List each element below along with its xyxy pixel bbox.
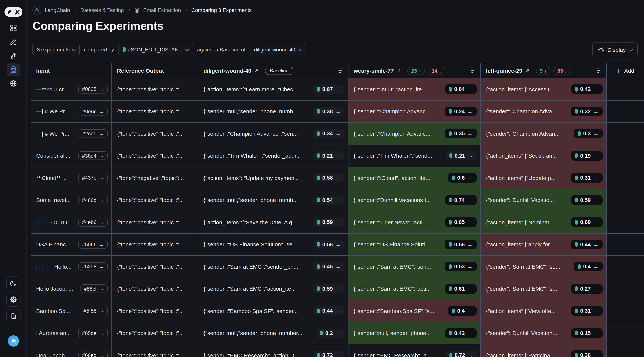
score-chip[interactable]: 0.3 → xyxy=(574,129,603,138)
regressed-count-badge[interactable]: 14↓ xyxy=(428,66,445,75)
settings-button[interactable] xyxy=(6,292,20,307)
experiment-result-cell[interactable]: {"sender":"Champion Adva... 0.32 → xyxy=(481,100,607,122)
row-id-link[interactable]: #2ce5 → xyxy=(79,129,108,138)
experiment-result-cell[interactable]: {"action_items":["Update my paymen... 0.… xyxy=(198,167,348,189)
input-cell[interactable]: ---**Your cr... #0835 → xyxy=(31,78,112,100)
score-chip[interactable]: 0.15 → xyxy=(571,328,603,338)
input-cell[interactable]: Bamboo Sp... #5f55 → xyxy=(31,300,112,322)
experiment-result-cell[interactable]: {"action_items":["Nominat... 0.69 → xyxy=(481,211,607,234)
breadcrumb-org[interactable]: LangChain xyxy=(45,7,70,13)
breadcrumb-dataset[interactable]: Email Extraction xyxy=(143,7,181,13)
baseline-dropdown[interactable]: diligent-wound-40 xyxy=(250,44,305,55)
experiment-result-cell[interactable]: {"sender":"Bamboo Spa SF","s... 0.4 → xyxy=(348,300,481,322)
experiment-result-cell[interactable]: {"sender":"Sam at EMC","s... 0.27 → xyxy=(481,278,607,300)
experiment-result-cell[interactable]: {"action_items":["Participa... 0.36 → xyxy=(481,344,607,357)
row-id-link[interactable]: #0e6c → xyxy=(79,107,108,116)
input-cell[interactable]: Dear Jacob, ... #66ed → xyxy=(31,344,112,357)
experiment-result-cell[interactable]: {"action_items":["Learn more","Chec... 0… xyxy=(198,78,348,100)
sidebar-item-playground[interactable] xyxy=(6,77,20,90)
reference-output-cell[interactable]: {"tone":"positive","topic":"... xyxy=(112,189,198,211)
score-chip[interactable]: 0.42 → xyxy=(571,84,603,94)
user-avatar[interactable] xyxy=(8,336,19,346)
experiment-result-cell[interactable]: {"sender":"Champion Advanc... 0.35 → xyxy=(348,122,481,145)
score-chip[interactable]: 0.2 → xyxy=(316,329,344,338)
experiment-result-cell[interactable]: {"action_items":["View offe... 0.31 → xyxy=(481,300,607,322)
score-chip[interactable]: 0.44 → xyxy=(571,240,603,249)
experiment-result-cell[interactable]: {"action_items":["Set up an... 0.19 → xyxy=(481,145,607,167)
reference-output-cell[interactable]: {"tone":"positive","topic":"... xyxy=(112,211,198,234)
input-cell[interactable]: | | | | | OCTO... #4eb6 → xyxy=(31,211,112,234)
row-id-link[interactable]: #5f55 → xyxy=(80,307,108,315)
reference-output-cell[interactable]: {"tone":"positive","topic":"... xyxy=(112,145,198,167)
experiment-result-cell[interactable]: {"sender":null,"sender_phone_numb... 0.3… xyxy=(198,100,348,122)
metric-dropdown[interactable]: JSON_EDIT_DISTAN... xyxy=(118,44,193,55)
experiment-result-cell[interactable]: {"sender":"EMC Research","a... 0.72 → xyxy=(348,344,481,357)
filter-icon[interactable] xyxy=(470,68,475,73)
score-chip[interactable]: 0.59 → xyxy=(314,284,344,293)
score-chip[interactable]: 0.61 → xyxy=(445,284,477,294)
experiment-result-cell[interactable]: {"sender":"Champion Advance","sen... 0.3… xyxy=(198,122,348,145)
score-chip[interactable]: 0.6 → xyxy=(448,173,477,183)
experiment-result-cell[interactable]: {"sender":"Bamboo Spa SF","sender... 0.4… xyxy=(198,300,348,322)
experiment-result-cell[interactable]: {"sender":"Dunhill Vacations I... 0.74 → xyxy=(348,189,481,211)
score-chip[interactable]: 0.19 → xyxy=(571,151,603,160)
experiment-result-cell[interactable]: {"sender":"Dunhill Vacatio... 0.59 → xyxy=(481,189,607,211)
reference-output-cell[interactable]: {"tone":"positive","topic":"... xyxy=(112,234,198,256)
score-chip[interactable]: 0.4 → xyxy=(574,262,603,272)
experiment-result-cell[interactable]: {"sender":"EMC Research","action_it... 0… xyxy=(198,344,348,357)
row-id-link[interactable]: #4eb6 → xyxy=(78,218,108,226)
experiment-result-cell[interactable]: {"sender":null,"sender_phone... 0.42 → xyxy=(348,322,481,344)
row-id-link[interactable]: #55cf → xyxy=(80,284,108,293)
row-id-link[interactable]: #66ed → xyxy=(78,351,108,357)
dark-mode-toggle[interactable] xyxy=(6,276,20,290)
open-experiment-icon[interactable]: ↗ xyxy=(397,68,401,74)
score-chip[interactable]: 0.56 → xyxy=(314,240,344,249)
score-chip[interactable]: 0.59 → xyxy=(314,218,344,227)
organization-icon[interactable] xyxy=(32,6,41,14)
input-cell[interactable]: Consider all... #38d4 → xyxy=(31,145,112,167)
experiment-result-cell[interactable]: {"sender":null,"sender_phone_numb... 0.5… xyxy=(198,189,348,211)
input-cell[interactable]: **iCloud** ... #437e → xyxy=(31,167,112,189)
experiment-result-cell[interactable]: {"sender":"Dunhill Vacation... 0.15 → xyxy=(481,322,607,344)
score-chip[interactable]: 0.32 → xyxy=(571,106,603,116)
score-chip[interactable]: 0.54 → xyxy=(314,196,344,204)
reference-output-cell[interactable]: {"tone":"positive","topic":"... xyxy=(112,256,198,278)
score-chip[interactable]: 0.53 → xyxy=(445,262,477,272)
experiment-result-cell[interactable]: {"sender":"Tim Whalen","sender_addr... 0… xyxy=(198,145,348,167)
input-cell[interactable]: | Auroras an... #65de → xyxy=(31,322,112,344)
experiment-result-cell[interactable]: {"sender":"Tiger News","acti... 0.65 → xyxy=(348,211,481,234)
score-chip[interactable]: 0.31 → xyxy=(571,173,603,183)
reference-output-cell[interactable]: {"tone":"positive","topic":"... xyxy=(112,322,198,344)
score-chip[interactable]: 0.65 → xyxy=(445,218,477,227)
experiment-result-cell[interactable]: {"sender":null,"sender_phone_number... 0… xyxy=(198,322,348,344)
score-chip[interactable]: 0.31 → xyxy=(571,306,603,316)
row-id-link[interactable]: #5066 → xyxy=(78,240,108,249)
experiment-result-cell[interactable]: {"sender":"Sam at EMC","se... 0.4 → xyxy=(481,256,607,278)
input-cell[interactable]: Some travel... #486d → xyxy=(31,189,112,211)
score-chip[interactable]: 0.34 → xyxy=(314,129,344,138)
open-experiment-icon[interactable]: ↗ xyxy=(254,68,258,74)
experiment-result-cell[interactable]: {"action_items":["Save the Date: A g... … xyxy=(198,211,348,234)
row-id-link[interactable]: #52d8 → xyxy=(78,262,108,271)
score-chip[interactable]: 0.35 → xyxy=(445,129,477,138)
open-experiment-icon[interactable]: ↗ xyxy=(525,68,530,74)
sidebar-item-datasets[interactable] xyxy=(6,63,20,76)
docs-button[interactable] xyxy=(6,309,20,323)
experiment-result-cell[interactable]: {"action_items":["apply for ... 0.44 → xyxy=(481,234,607,256)
row-id-link[interactable]: #38d4 → xyxy=(78,152,108,160)
display-button[interactable]: Display xyxy=(592,42,638,57)
score-chip[interactable]: 0.21 → xyxy=(314,151,344,160)
reference-output-cell[interactable]: {"tone":"negative","topic":... xyxy=(112,167,198,189)
score-chip[interactable]: 0.42 → xyxy=(445,328,477,338)
input-cell[interactable]: Hello Jacob, ... #55cf → xyxy=(31,278,112,300)
experiment-result-cell[interactable]: {"sender":"Sam at EMC","sen... 0.53 → xyxy=(348,256,481,278)
sidebar-item-deployments[interactable] xyxy=(6,49,20,62)
score-chip[interactable]: 0.38 → xyxy=(314,107,344,116)
score-chip[interactable]: 0.4 → xyxy=(448,306,477,316)
improved-count-badge[interactable]: 23↑ xyxy=(408,66,425,75)
experiment-result-cell[interactable]: {"sender":"Sam at EMC","action_ite... 0.… xyxy=(198,278,348,300)
reference-output-cell[interactable]: {"tone":"positive","topic":"... xyxy=(112,122,198,145)
reference-output-cell[interactable]: {"tone":"positive","topic":"... xyxy=(112,278,198,300)
experiment-result-cell[interactable]: {"sender":"Tim Whalen","send... 0.21 → xyxy=(348,145,481,167)
score-chip[interactable]: 0.74 → xyxy=(445,195,477,205)
